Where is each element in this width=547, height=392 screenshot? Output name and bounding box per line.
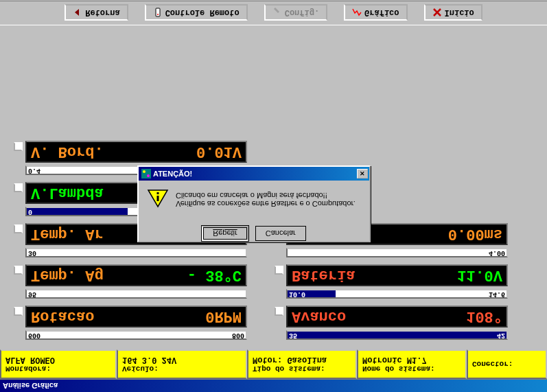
gauge-checkbox[interactable]: [14, 224, 23, 233]
toolbar: Retorna Controle Remoto Config. Gráfico …: [0, 1, 547, 25]
warning-icon: [147, 189, 169, 208]
info-tipo: Tipo do sistema: Motor: Gasolina: [247, 349, 357, 379]
window-titlebar: Análise Gráfica: [0, 380, 547, 392]
svg-rect-6: [157, 192, 159, 194]
info-montadora: Montadora: ALFA ROMEO: [0, 349, 117, 379]
svg-rect-2: [141, 169, 151, 178]
wrench-icon: [272, 8, 282, 17]
cancelar-button[interactable]: Cancelar: [255, 226, 306, 241]
close-x-icon: [432, 8, 442, 17]
svg-point-1: [157, 14, 159, 15]
svg-rect-5: [157, 196, 159, 201]
inicio-button[interactable]: Início: [424, 4, 482, 21]
config-button: Config.: [264, 4, 327, 21]
remote-icon: [153, 8, 163, 17]
window-title: Análise Gráfica: [3, 382, 58, 390]
gauge-checkbox[interactable]: [275, 266, 283, 275]
dialog-close-button[interactable]: ✕: [357, 169, 368, 178]
dialog-titlebar[interactable]: ATENÇÃO! ✕: [139, 167, 369, 181]
gauge-checkbox[interactable]: [275, 307, 283, 316]
gauge-bateria: 10.014.6 Bateria11.0V: [275, 264, 508, 301]
app-icon: [141, 169, 151, 178]
repetir-button[interactable]: Repetir: [202, 226, 248, 241]
info-nome: Nome do sistema: Motronic M1.7: [357, 349, 467, 379]
svg-point-3: [143, 170, 146, 173]
grafico-button[interactable]: Gráfico: [344, 4, 407, 21]
gauge-checkbox[interactable]: [14, 183, 23, 192]
gauge-tempag: 95 Temp. Ag- 38°C: [14, 264, 247, 301]
gauge-rotacao: 600800 Rotacao0RPM: [14, 305, 247, 343]
svg-rect-0: [156, 8, 160, 16]
back-arrow-icon: [73, 8, 82, 17]
svg-point-4: [147, 174, 150, 177]
dialog-title: ATENÇÃO!: [153, 170, 192, 178]
controle-remoto-button[interactable]: Controle Remoto: [145, 4, 248, 21]
info-conector: Conector:: [467, 349, 547, 379]
gauge-checkbox[interactable]: [14, 307, 23, 316]
dialog-message: Verifique as conexões entre Rasther e o …: [176, 192, 356, 208]
info-veiculo: Veículo: 164 3.0 24V: [117, 349, 247, 379]
gauge-avanco: 3542 Avanco108°: [275, 305, 508, 343]
info-bar: Montadora: ALFA ROMEO Veículo: 164 3.0 2…: [0, 349, 547, 380]
gauge-checkbox[interactable]: [14, 142, 23, 151]
chart-icon: [352, 8, 362, 17]
atencao-dialog: ATENÇÃO! ✕ Verifique as conexões entre R…: [137, 165, 371, 242]
retorna-button[interactable]: Retorna: [65, 4, 128, 21]
gauge-checkbox[interactable]: [14, 266, 23, 275]
